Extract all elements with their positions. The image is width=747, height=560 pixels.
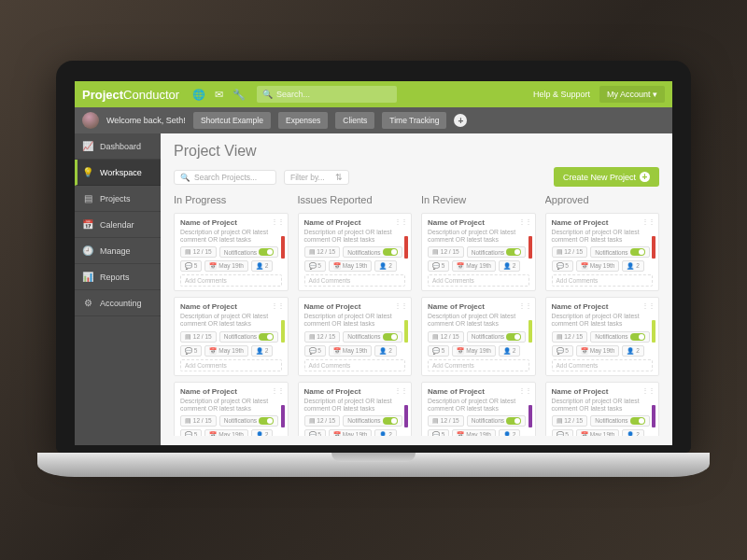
create-project-button[interactable]: Create New Project+ (554, 167, 659, 187)
add-comment-input[interactable]: Add Comments (180, 359, 282, 371)
project-card[interactable]: ⋮⋮Name of ProjectDescription of project … (174, 297, 289, 375)
due-date[interactable]: 📅 May 19th (329, 345, 373, 357)
project-card[interactable]: ⋮⋮Name of ProjectDescription of project … (298, 382, 413, 436)
shortcut-chip[interactable]: Shortcut Example (193, 112, 271, 129)
comments-count[interactable]: 💬 5 (428, 260, 449, 272)
project-card[interactable]: ⋮⋮Name of ProjectDescription of project … (174, 382, 289, 436)
due-date[interactable]: 📅 May 19th (329, 429, 373, 436)
notifications-toggle[interactable]: Notifications (219, 415, 278, 427)
mail-icon[interactable]: ✉ (215, 89, 223, 101)
extra-count[interactable]: 👤 2 (499, 429, 520, 436)
project-card[interactable]: ⋮⋮Name of ProjectDescription of project … (174, 213, 289, 291)
project-card[interactable]: ⋮⋮Name of ProjectDescription of project … (298, 213, 413, 291)
drag-icon[interactable]: ⋮⋮ (271, 386, 284, 395)
drag-icon[interactable]: ⋮⋮ (641, 386, 655, 395)
due-date[interactable]: 📅 May 19th (204, 429, 248, 436)
brand-logo[interactable]: ProjectConductor (82, 88, 179, 102)
notifications-toggle[interactable]: Notifications (590, 415, 649, 427)
drag-icon[interactable]: ⋮⋮ (641, 217, 655, 226)
notifications-toggle[interactable]: Notifications (467, 246, 526, 258)
drag-icon[interactable]: ⋮⋮ (271, 217, 284, 226)
task-count[interactable]: ▤ 12 / 15 (304, 246, 341, 258)
due-date[interactable]: 📅 May 19th (204, 260, 248, 272)
notifications-toggle[interactable]: Notifications (467, 415, 526, 427)
notifications-toggle[interactable]: Notifications (219, 246, 278, 258)
notifications-toggle[interactable]: Notifications (467, 331, 526, 343)
due-date[interactable]: 📅 May 19th (452, 345, 496, 357)
due-date[interactable]: 📅 May 19th (204, 345, 248, 357)
extra-count[interactable]: 👤 2 (251, 345, 273, 357)
sidebar-item-reports[interactable]: 📊Reports (75, 264, 161, 290)
extra-count[interactable]: 👤 2 (499, 260, 520, 272)
comments-count[interactable]: 💬 5 (304, 345, 326, 357)
task-count[interactable]: ▤ 12 / 15 (180, 331, 217, 343)
comments-count[interactable]: 💬 5 (180, 260, 202, 272)
task-count[interactable]: ▤ 12 / 15 (552, 331, 588, 343)
avatar[interactable] (82, 112, 99, 129)
shortcut-chip[interactable]: Expenses (278, 112, 328, 129)
extra-count[interactable]: 👤 2 (374, 260, 396, 272)
drag-icon[interactable]: ⋮⋮ (394, 386, 407, 395)
due-date[interactable]: 📅 May 19th (452, 260, 496, 272)
add-comment-input[interactable]: Add Comments (304, 274, 406, 287)
task-count[interactable]: ▤ 12 / 15 (428, 415, 464, 427)
project-card[interactable]: ⋮⋮Name of ProjectDescription of project … (545, 297, 660, 375)
comments-count[interactable]: 💬 5 (180, 429, 202, 436)
global-search-input[interactable] (276, 90, 391, 99)
project-card[interactable]: ⋮⋮Name of ProjectDescription of project … (545, 382, 660, 436)
add-shortcut-button[interactable]: + (454, 114, 467, 127)
sidebar-item-accounting[interactable]: ⚙Accounting (75, 290, 161, 316)
task-count[interactable]: ▤ 12 / 15 (552, 415, 588, 427)
task-count[interactable]: ▤ 12 / 15 (304, 331, 341, 343)
add-comment-input[interactable]: Add Comments (428, 274, 529, 287)
shortcut-chip[interactable]: Clients (335, 112, 374, 129)
extra-count[interactable]: 👤 2 (374, 345, 396, 357)
notifications-toggle[interactable]: Notifications (590, 331, 649, 343)
due-date[interactable]: 📅 May 19th (576, 345, 620, 357)
globe-icon[interactable]: 🌐 (192, 89, 205, 101)
project-card[interactable]: ⋮⋮Name of ProjectDescription of project … (421, 213, 536, 291)
due-date[interactable]: 📅 May 19th (576, 429, 620, 436)
notifications-toggle[interactable]: Notifications (343, 246, 402, 258)
due-date[interactable]: 📅 May 19th (576, 260, 620, 272)
project-card[interactable]: ⋮⋮Name of ProjectDescription of project … (298, 297, 413, 375)
add-comment-input[interactable]: Add Comments (428, 359, 529, 371)
sidebar-item-projects[interactable]: ▤Projects (75, 186, 161, 212)
sidebar-item-calendar[interactable]: 📅Calendar (75, 212, 161, 238)
task-count[interactable]: ▤ 12 / 15 (180, 415, 217, 427)
comments-count[interactable]: 💬 5 (428, 345, 449, 357)
help-link[interactable]: Help & Support (533, 90, 590, 99)
sidebar-item-workspace[interactable]: 💡Workspace (75, 160, 161, 186)
task-count[interactable]: ▤ 12 / 15 (304, 415, 341, 427)
extra-count[interactable]: 👤 2 (622, 345, 643, 357)
project-card[interactable]: ⋮⋮Name of ProjectDescription of project … (421, 382, 536, 436)
drag-icon[interactable]: ⋮⋮ (518, 301, 531, 310)
filter-dropdown[interactable]: Filter by...⇅ (284, 170, 349, 185)
notifications-toggle[interactable]: Notifications (219, 331, 278, 343)
drag-icon[interactable]: ⋮⋮ (641, 301, 655, 310)
task-count[interactable]: ▤ 12 / 15 (552, 246, 588, 258)
drag-icon[interactable]: ⋮⋮ (271, 301, 284, 310)
comments-count[interactable]: 💬 5 (552, 429, 573, 436)
add-comment-input[interactable]: Add Comments (180, 274, 282, 287)
add-comment-input[interactable]: Add Comments (552, 274, 654, 287)
due-date[interactable]: 📅 May 19th (452, 429, 496, 436)
notifications-toggle[interactable]: Notifications (590, 246, 649, 258)
due-date[interactable]: 📅 May 19th (329, 260, 373, 272)
account-menu[interactable]: My Account ▾ (599, 86, 665, 103)
comments-count[interactable]: 💬 5 (428, 429, 449, 436)
comments-count[interactable]: 💬 5 (552, 260, 573, 272)
add-comment-input[interactable]: Add Comments (552, 359, 654, 371)
task-count[interactable]: ▤ 12 / 15 (428, 331, 464, 343)
drag-icon[interactable]: ⋮⋮ (394, 217, 407, 226)
sidebar-item-manage[interactable]: 🕘Manage (75, 238, 161, 264)
extra-count[interactable]: 👤 2 (251, 429, 273, 436)
drag-icon[interactable]: ⋮⋮ (394, 301, 407, 310)
notifications-toggle[interactable]: Notifications (343, 415, 402, 427)
sidebar-item-dashboard[interactable]: 📈Dashboard (75, 133, 161, 160)
extra-count[interactable]: 👤 2 (622, 429, 643, 436)
project-search[interactable]: 🔍 Search Projects... (174, 170, 276, 185)
task-count[interactable]: ▤ 12 / 15 (428, 246, 464, 258)
extra-count[interactable]: 👤 2 (374, 429, 396, 436)
comments-count[interactable]: 💬 5 (552, 345, 573, 357)
